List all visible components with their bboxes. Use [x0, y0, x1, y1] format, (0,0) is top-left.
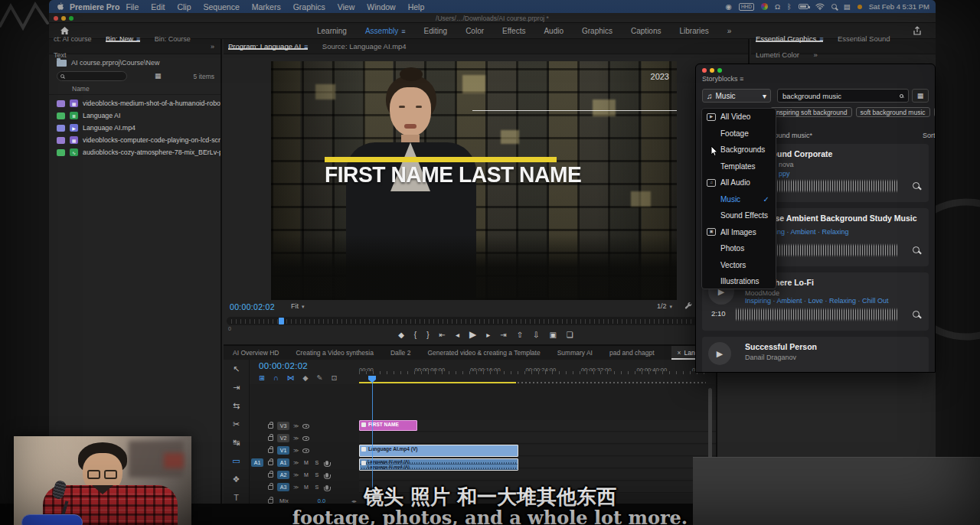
scrubber-playhead[interactable] [279, 318, 284, 324]
timeline-header-icon[interactable]: ⋈ [287, 373, 295, 382]
panel-menu-icon[interactable]: ≡ [304, 43, 308, 51]
workspace-tab[interactable]: »≡ [727, 27, 732, 35]
transport-button[interactable]: ❏ [567, 331, 573, 339]
workspace-tab[interactable]: Learning≡ [317, 27, 347, 35]
voiceover-record-icon[interactable] [325, 461, 328, 465]
timeline-tool[interactable]: ✂ [224, 415, 249, 433]
track-target-button[interactable]: A2 [277, 471, 289, 479]
lock-icon[interactable] [268, 473, 273, 478]
lock-icon[interactable] [268, 436, 273, 441]
transport-button[interactable]: ◆ [398, 331, 404, 339]
workspace-tab[interactable]: Libraries≡ [679, 27, 708, 35]
audio-result-card[interactable]: ▶ Successful Person Danail Draganov [702, 337, 929, 373]
category-menu-item[interactable]: Footage ✓ [702, 126, 776, 142]
menubar-item[interactable]: Graphics [293, 2, 325, 11]
menubar-item[interactable]: File [126, 2, 139, 11]
timeline-tool[interactable]: ↹ [224, 433, 249, 452]
transport-button[interactable]: ◂ [456, 331, 459, 339]
menubar-clock[interactable]: Sat Feb 4 5:31 PM [869, 2, 929, 11]
video-clip[interactable]: Language AI.mp4 (V) [359, 445, 518, 457]
category-menu-item[interactable]: Illustrations ✓ [702, 273, 776, 290]
menubar-item[interactable]: View [338, 2, 355, 11]
timeline-ruler[interactable]: 00:0000:00:08:0000:00:16:0000:00:24:0000… [359, 361, 713, 371]
panel-menu-icon[interactable]: ≡ [136, 35, 140, 43]
track-output-eye-icon[interactable] [302, 448, 309, 453]
category-menu-item[interactable]: ▶ All Video ✓ [702, 109, 776, 126]
category-menu-item[interactable]: Vectors ✓ [702, 257, 776, 274]
monitor-tab[interactable]: Source: Language AI.mp4≡ [322, 42, 407, 51]
color-wheel-icon[interactable] [761, 3, 768, 10]
storyblocks-search-input[interactable]: background music [777, 89, 909, 103]
more-tabs-chevron[interactable]: » [211, 43, 214, 51]
project-tab[interactable]: Text≡ [54, 51, 67, 59]
source-patch-icon[interactable]: ≫ [293, 472, 299, 478]
timeline-tool[interactable]: ↖ [224, 360, 249, 378]
menubar-item[interactable]: Clip [177, 2, 191, 11]
sequence-tab[interactable]: ×pad and chagpt [609, 346, 655, 360]
sequence-tab[interactable]: ×Dalle 2 [390, 346, 410, 360]
zoom-window-button[interactable] [717, 68, 722, 73]
close-window-button[interactable] [702, 68, 707, 73]
project-search-input[interactable] [57, 71, 127, 81]
panel-menu-icon[interactable]: ≡ [740, 75, 743, 83]
category-menu-item[interactable]: ♫ All Audio ✓ [702, 174, 776, 191]
media-item-name[interactable]: Language AI [83, 112, 120, 119]
playback-resolution-dropdown[interactable]: 1/2▾ [657, 302, 672, 310]
menubar-item[interactable]: Help [408, 2, 425, 11]
source-patch-icon[interactable]: ≫ [293, 423, 299, 429]
zoom-level-dropdown[interactable]: Fit▾ [291, 302, 305, 310]
project-item-row[interactable]: ▦ videoblocks-medium-shot-of-a-humanoid-… [49, 97, 220, 109]
timeline-tool[interactable]: ⇥ [224, 378, 249, 396]
media-item-name[interactable]: audioblocks-cozy-atmosphere-78-mix_BErLv… [83, 148, 220, 156]
voiceover-record-icon[interactable] [325, 473, 328, 478]
workspace-tab[interactable]: Captions≡ [631, 27, 661, 35]
new-bin-icon[interactable]: ▦ [155, 72, 162, 80]
transport-button[interactable]: ⇥ [500, 331, 506, 339]
label-color-swatch[interactable] [57, 137, 65, 144]
headphones-icon[interactable]: Ω [775, 2, 780, 11]
lock-icon[interactable] [268, 424, 273, 429]
transport-button[interactable]: ⇩ [533, 331, 539, 339]
drive-status-icon[interactable]: HHD [739, 3, 754, 11]
search-suggestion-chip[interactable]: an [934, 107, 935, 117]
timeline-header-icon[interactable]: ◆ [302, 373, 308, 382]
track-output-eye-icon[interactable] [302, 424, 309, 429]
timeline-header-icon[interactable]: ⊡ [332, 373, 338, 382]
menubar-item[interactable]: Edit [151, 2, 165, 11]
active-app-name[interactable]: Premiere Pro [70, 2, 119, 11]
transport-button[interactable]: ▣ [549, 331, 556, 339]
view-options-button[interactable]: ▦ [912, 89, 929, 103]
project-tab[interactable]: ct: AI course≡ [54, 35, 92, 43]
panel-menu-icon[interactable]: ≡ [819, 35, 823, 43]
category-dropdown[interactable]: ♫ Music ▾ [702, 89, 771, 103]
lock-icon[interactable] [268, 448, 273, 453]
monitor-tab[interactable]: Program: Language AI≡ [228, 42, 308, 51]
apple-menu-icon[interactable] [57, 2, 64, 11]
source-track-badge[interactable]: A1 [251, 458, 263, 467]
transport-button[interactable]: ▸ [486, 331, 490, 339]
project-item-row[interactable]: ∿ audioblocks-cozy-atmosphere-78-mix_BEr… [49, 146, 220, 158]
right-panel-tab[interactable]: Lumetri Color≡ [756, 51, 799, 59]
track-target-button[interactable]: V3 [277, 422, 289, 430]
play-icon[interactable]: ▶ [708, 342, 731, 365]
category-menu-item[interactable]: Music ✓ [702, 191, 776, 208]
workspace-menu-icon[interactable]: ≡ [401, 28, 405, 35]
solo-button[interactable]: S [313, 460, 320, 465]
timeline-header-icon[interactable]: ⊞ [259, 373, 265, 382]
workspace-tab[interactable]: Audio≡ [544, 27, 564, 35]
media-item-name[interactable]: videoblocks-computer-code-playing-on-lcd… [83, 136, 220, 144]
source-patch-icon[interactable]: ≫ [293, 448, 299, 454]
find-similar-icon[interactable] [913, 311, 920, 318]
right-panel-tab[interactable]: Essential Sound≡ [838, 34, 890, 43]
workspace-tab[interactable]: Effects≡ [502, 27, 525, 35]
media-item-name[interactable]: Language AI.mp4 [83, 124, 136, 132]
timeline-tool[interactable]: ⇆ [224, 396, 249, 415]
workspace-tab[interactable]: Graphics≡ [582, 27, 612, 35]
column-header-name[interactable]: Name [72, 85, 90, 93]
solo-button[interactable]: S [313, 472, 320, 478]
find-similar-icon[interactable] [913, 246, 920, 253]
sequence-tab[interactable]: ×Generated video & creating a Template [427, 346, 540, 360]
mute-button[interactable]: M [302, 460, 309, 465]
waveform[interactable] [736, 308, 898, 321]
video-track-lane[interactable] [359, 432, 716, 444]
